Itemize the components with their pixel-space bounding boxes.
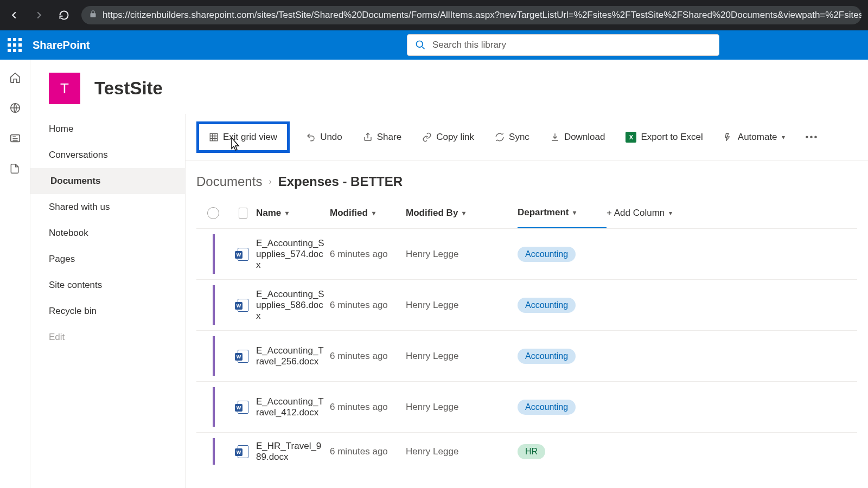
brand-label: SharePoint — [33, 39, 90, 52]
sync-icon — [495, 132, 505, 142]
department-cell[interactable]: HR — [518, 444, 607, 459]
column-name[interactable]: Name▾ — [256, 208, 330, 219]
svg-point-0 — [417, 41, 423, 48]
app-launcher-icon[interactable] — [8, 38, 22, 52]
file-type-icon — [239, 208, 247, 219]
lock-icon — [89, 10, 97, 21]
home-icon[interactable] — [9, 72, 21, 84]
app-rail — [0, 60, 30, 488]
browser-chrome: https://citizenbuilders.sharepoint.com/s… — [0, 0, 868, 30]
column-modified-by[interactable]: Modified By▾ — [406, 208, 518, 219]
nav-item-home[interactable]: Home — [30, 116, 185, 142]
search-placeholder: Search this library — [432, 40, 506, 50]
sync-button[interactable]: Sync — [490, 129, 534, 146]
word-doc-icon — [238, 401, 248, 414]
export-excel-button[interactable]: X Export to Excel — [621, 129, 707, 146]
word-doc-icon — [238, 248, 248, 261]
word-doc-icon — [238, 350, 248, 363]
download-icon — [550, 132, 560, 142]
table-row[interactable]: E_Accounting_Travel_412.docx6 minutes ag… — [196, 381, 857, 432]
chevron-down-icon: ▾ — [285, 209, 289, 217]
exit-grid-label: Exit grid view — [223, 132, 277, 143]
department-cell[interactable]: Accounting — [518, 349, 607, 364]
nav-item-notebook[interactable]: Notebook — [30, 220, 185, 246]
breadcrumb: Documents › Expenses - BETTER — [186, 161, 868, 198]
exit-grid-view-button[interactable]: Exit grid view — [196, 121, 290, 153]
breadcrumb-current: Expenses - BETTER — [278, 174, 403, 189]
modified-by: Henry Legge — [406, 249, 518, 260]
chevron-down-icon: ▾ — [669, 209, 672, 217]
table-row[interactable]: E_Accounting_Supplies_586.docx6 minutes … — [196, 279, 857, 330]
nav-item-pages[interactable]: Pages — [30, 246, 185, 272]
breadcrumb-root[interactable]: Documents — [196, 174, 262, 189]
nav-edit-link[interactable]: Edit — [30, 324, 185, 350]
modified-date: 6 minutes ago — [330, 446, 406, 457]
file-name[interactable]: E_HR_Travel_989.docx — [256, 441, 330, 463]
department-cell[interactable]: Accounting — [518, 298, 607, 313]
modified-by: Henry Legge — [406, 402, 518, 413]
globe-icon[interactable] — [9, 102, 21, 114]
share-button[interactable]: Share — [359, 129, 406, 146]
department-cell[interactable]: Accounting — [518, 247, 607, 262]
back-button[interactable] — [7, 8, 22, 23]
grid-icon — [209, 132, 219, 142]
undo-button[interactable]: Undo — [302, 129, 347, 146]
site-title: TestSite — [94, 78, 163, 99]
search-icon — [415, 40, 426, 50]
column-department[interactable]: Department▾ — [518, 198, 607, 228]
modified-date: 6 minutes ago — [330, 351, 406, 362]
file-name[interactable]: E_Accounting_Supplies_586.docx — [256, 289, 330, 322]
modified-date: 6 minutes ago — [330, 300, 406, 311]
chevron-down-icon: ▾ — [782, 133, 785, 141]
flow-icon — [724, 132, 733, 142]
table-row[interactable]: E_Accounting_Supplies_574.docx6 minutes … — [196, 228, 857, 279]
nav-item-site-contents[interactable]: Site contents — [30, 272, 185, 298]
chevron-right-icon: › — [269, 177, 271, 187]
modified-by: Henry Legge — [406, 300, 518, 311]
svg-rect-3 — [210, 133, 218, 141]
file-name[interactable]: E_Accounting_Travel_412.docx — [256, 396, 330, 418]
word-doc-icon — [238, 299, 248, 312]
grid-header: Name▾ Modified▾ Modified By▾ Department▾… — [196, 198, 857, 228]
chevron-down-icon: ▾ — [573, 209, 576, 216]
excel-icon: X — [626, 132, 636, 143]
nav-item-conversations[interactable]: Conversations — [30, 142, 185, 168]
select-all-toggle[interactable] — [207, 207, 219, 219]
word-doc-icon — [238, 445, 248, 458]
column-modified[interactable]: Modified▾ — [330, 208, 406, 219]
more-button[interactable]: ••• — [801, 129, 823, 146]
site-logo[interactable]: T — [49, 73, 80, 104]
department-cell[interactable]: Accounting — [518, 400, 607, 415]
modified-date: 6 minutes ago — [330, 402, 406, 413]
forward-button[interactable] — [31, 8, 47, 23]
nav-item-recycle-bin[interactable]: Recycle bin — [30, 298, 185, 324]
nav-item-documents[interactable]: Documents — [30, 168, 185, 194]
link-icon — [422, 132, 432, 142]
chevron-down-icon: ▾ — [372, 209, 375, 217]
table-row[interactable]: E_HR_Travel_989.docx6 minutes agoHenry L… — [196, 432, 857, 470]
left-nav: HomeConversationsDocumentsShared with us… — [30, 114, 186, 488]
site-header: T TestSite — [30, 60, 868, 114]
copy-link-button[interactable]: Copy link — [418, 129, 478, 146]
search-input[interactable]: Search this library — [407, 34, 719, 56]
document-grid: Name▾ Modified▾ Modified By▾ Department▾… — [186, 198, 868, 470]
reload-button[interactable] — [56, 8, 72, 23]
share-icon — [363, 132, 373, 142]
automate-button[interactable]: Automate ▾ — [719, 129, 789, 146]
modified-by: Henry Legge — [406, 351, 518, 362]
modified-by: Henry Legge — [406, 446, 518, 457]
url-bar[interactable]: https://citizenbuilders.sharepoint.com/s… — [81, 6, 861, 24]
url-text: https://citizenbuilders.sharepoint.com/s… — [103, 10, 861, 21]
files-icon[interactable] — [9, 163, 21, 175]
file-name[interactable]: E_Accounting_Travel_256.docx — [256, 345, 330, 367]
modified-date: 6 minutes ago — [330, 249, 406, 260]
news-icon[interactable] — [9, 132, 21, 144]
command-bar: Exit grid view Undo Share Copy link — [186, 114, 868, 161]
table-row[interactable]: E_Accounting_Travel_256.docx6 minutes ag… — [196, 330, 857, 381]
download-button[interactable]: Download — [546, 129, 610, 146]
add-column-button[interactable]: + Add Column▾ — [607, 208, 687, 219]
nav-item-shared-with-us[interactable]: Shared with us — [30, 194, 185, 220]
chevron-down-icon: ▾ — [462, 209, 465, 217]
more-icon: ••• — [806, 132, 819, 143]
file-name[interactable]: E_Accounting_Supplies_574.docx — [256, 238, 330, 271]
